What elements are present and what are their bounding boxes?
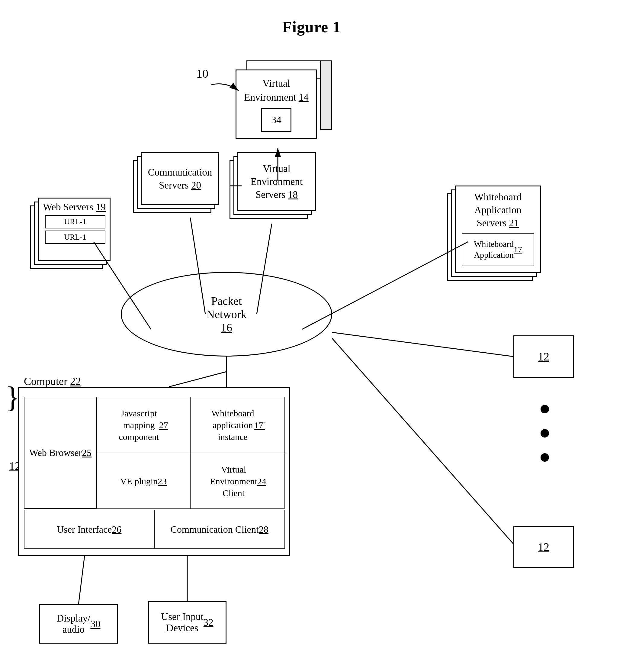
packet-network: PacketNetwork16 [121,272,332,357]
right-box-12-bottom: 12 [513,526,574,568]
right-box-12-top: 12 [513,335,574,378]
ve-plugin-cell: VE plugin 23 [97,453,190,509]
computer-box: Computer 22 Web Browser25 Javascriptmapp… [18,387,290,556]
bottom-row-grid: User Interface 26 Communication Client28 [24,510,285,549]
svg-line-12 [79,556,85,604]
label-10: 10 [196,66,208,81]
ve-servers-label: VirtualEnvironmentServers 18 [250,162,303,201]
inner-components-grid: Web Browser25 Javascriptmappingcomponent… [24,397,285,508]
svg-line-9 [169,372,227,387]
comm-client-cell: Communication Client28 [155,510,285,549]
comm-servers-label: CommunicationServers 20 [148,166,212,192]
label-12-brace: } [5,390,20,410]
web-servers-label: Web Servers 19 [43,201,106,213]
virtual-environment-box: VirtualEnvironment 14 34 [236,60,332,139]
svg-line-11 [332,338,513,544]
web-browser-cell: Web Browser25 [25,397,97,509]
dot-2 [540,429,549,438]
ve-inner-box: 34 [261,108,291,132]
wb-servers-label: WhiteboardApplicationServers 21 [474,192,522,228]
display-audio-box: Display/audio 30 [39,604,118,644]
url2-box: URL-1 [45,230,106,244]
svg-line-10 [332,332,513,357]
ve-ref: 14 [299,92,308,103]
wb-app-box: WhiteboardApplication 17 [462,233,534,266]
figure-title: Figure 1 [0,0,623,36]
user-input-devices-box: User InputDevices 32 [148,601,227,644]
js-mapping-cell: Javascriptmappingcomponent 27 [97,397,190,453]
packet-network-label: PacketNetwork16 [207,294,247,334]
ve-label: VirtualEnvironment [244,78,296,103]
user-interface-cell: User Interface 26 [25,510,155,549]
url1-box: URL-1 [45,215,106,228]
wb-instance-cell: Whiteboardapplicationinstance 17' [190,397,286,453]
computer-label: Computer 22 [24,375,81,388]
dot-1 [540,405,549,413]
dot-3 [540,453,549,462]
ve-client-cell: VirtualEnvironmentClient 24 [190,453,286,509]
